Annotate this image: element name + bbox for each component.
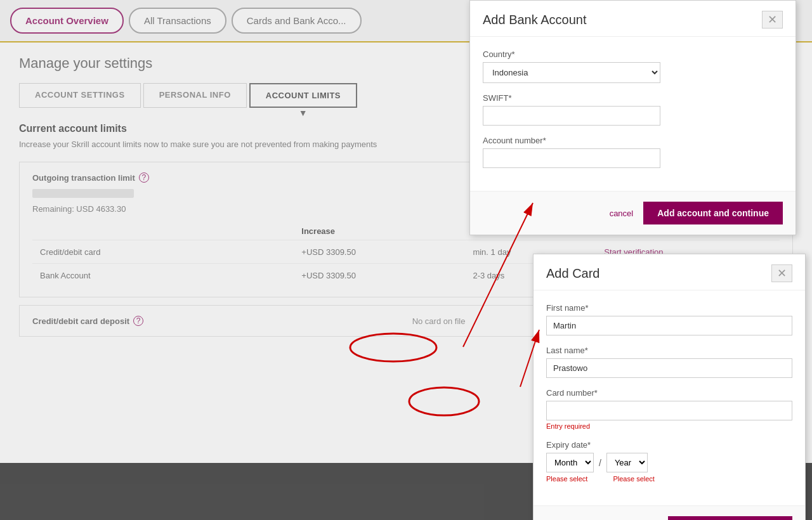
add-card-modal: Add Card ✕ First name* Last name* Card n… (533, 254, 806, 520)
modal-bank-close[interactable]: ✕ (762, 11, 783, 29)
modal-bank-header: Add Bank Account ✕ (470, 1, 796, 37)
add-account-continue-button[interactable]: Add account and continue (643, 202, 783, 224)
swift-input[interactable] (483, 106, 660, 126)
account-number-group: Account number* (483, 136, 783, 168)
modal-card-body: First name* Last name* Card number* Entr… (534, 290, 805, 505)
card-number-group: Card number* Entry required (546, 388, 792, 430)
first-name-group: First name* (546, 303, 792, 335)
add-card-continue-button[interactable]: Add card and continue (668, 516, 792, 520)
card-number-input[interactable] (546, 401, 792, 420)
swift-group: SWIFT* (483, 93, 783, 126)
account-number-input[interactable] (483, 148, 660, 168)
expiry-month-select[interactable]: Month (546, 453, 594, 472)
modal-card-title: Add Card (546, 266, 600, 281)
please-select-month: Please select (546, 475, 587, 483)
first-name-input[interactable] (546, 316, 792, 335)
modal-card-footer: cancel Add card and continue (534, 505, 805, 520)
modal-bank-body: Country* Indonesia SWIFT* Account number… (470, 37, 796, 191)
slash-separator: / (599, 458, 601, 468)
expiry-label: Expiry date* (546, 440, 792, 450)
country-label: Country* (483, 49, 783, 59)
card-number-label: Card number* (546, 388, 792, 398)
modal-bank-footer: cancel Add account and continue (470, 191, 796, 235)
last-name-label: Last name* (546, 346, 792, 355)
swift-label: SWIFT* (483, 93, 783, 103)
country-select[interactable]: Indonesia (483, 62, 660, 83)
modal-card-header: Add Card ✕ (534, 254, 805, 290)
expiry-group: Expiry date* Month / Year Please select … (546, 440, 792, 483)
entry-required-text: Entry required (546, 422, 792, 430)
add-bank-account-modal: Add Bank Account ✕ Country* Indonesia SW… (469, 0, 796, 235)
country-group: Country* Indonesia (483, 49, 783, 83)
last-name-group: Last name* (546, 346, 792, 378)
modal-bank-cancel[interactable]: cancel (610, 209, 634, 218)
modal-bank-title: Add Bank Account (483, 13, 586, 27)
first-name-label: First name* (546, 303, 792, 313)
expiry-year-select[interactable]: Year (606, 453, 648, 472)
last-name-input[interactable] (546, 358, 792, 378)
account-number-label: Account number* (483, 136, 783, 145)
modal-card-close[interactable]: ✕ (771, 264, 792, 282)
please-select-year: Please select (613, 475, 654, 483)
